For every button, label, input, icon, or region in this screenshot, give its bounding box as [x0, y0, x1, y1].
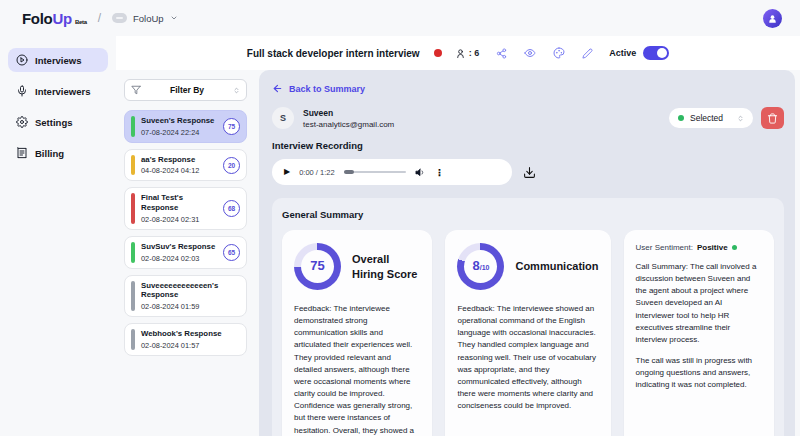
general-summary-title: General Summary [282, 209, 774, 220]
response-list-item[interactable]: SuvSuv's Response 02-08-2024 02:03 65 [124, 236, 247, 269]
score-card-feedback: Feedback: The interviewee showed an oper… [457, 303, 598, 412]
brand-logo: FoloUp Beta [22, 10, 87, 27]
pencil-icon [582, 48, 593, 59]
top-header: FoloUp Beta / FoloUp [0, 0, 800, 36]
sidebar-item-label: Interviews [35, 55, 81, 66]
response-name: Final Test's Response [141, 193, 217, 212]
app-root: FoloUp Beta / FoloUp Interviews Intervie… [0, 0, 800, 436]
respondent-count-value: : 6 [469, 48, 480, 58]
palette-icon [553, 47, 565, 59]
breadcrumb-separator: / [98, 11, 101, 25]
response-date: 07-08-2024 22:24 [141, 128, 217, 137]
sentiment-dot [732, 245, 737, 250]
audio-time: 0:00 / 1:22 [299, 168, 334, 177]
candidate-row: S Suveen test-analytics@gmail.com Select… [272, 107, 784, 129]
overall-hiring-score-card: 75 Overall Hiring Score Feedback: The in… [282, 230, 432, 436]
status-label: Selected [690, 113, 723, 123]
audio-menu-button[interactable]: ⋮ [435, 167, 445, 178]
recording-title: Interview Recording [272, 140, 784, 151]
audio-player[interactable]: ▶ 0:00 / 1:22 ⋮ [272, 159, 512, 185]
sidebar-item-interviewers[interactable]: Interviewers [8, 79, 108, 103]
active-label: Active [609, 48, 636, 58]
score-card-label: Overall Hiring Score [352, 252, 420, 281]
status-color-bar [131, 329, 135, 350]
response-list-item[interactable]: Suveeeeeeeeeeeen's Response 02-08-2024 0… [124, 275, 247, 317]
status-color-bar [131, 193, 135, 223]
call-summary-paragraph: The call was still in progress with ongo… [636, 355, 762, 391]
gear-icon [16, 116, 28, 128]
response-date: 02-08-2024 02:03 [141, 254, 217, 263]
response-name: Webhook's Response [141, 329, 240, 339]
response-date: 02-08-2024 01:57 [141, 341, 240, 350]
eye-icon [524, 47, 536, 59]
interview-topbar: Full stack developer intern interview : … [116, 36, 800, 70]
sidebar-item-label: Settings [35, 117, 72, 128]
score-card-feedback: Feedback: The interviewee demonstrated s… [294, 303, 420, 436]
response-detail-panel: Back to Summary S Suveen test-analytics@… [259, 70, 795, 436]
edit-button[interactable] [582, 48, 593, 59]
brand-name-accent: Up [52, 10, 71, 27]
share-icon [496, 48, 507, 59]
status-dot [678, 115, 684, 121]
trash-icon [767, 113, 778, 124]
play-circle-icon [16, 54, 28, 66]
org-switcher[interactable]: FoloUp [112, 13, 178, 24]
delete-response-button[interactable] [761, 107, 784, 129]
user-icon [455, 48, 466, 59]
communication-score-card: 8/10 Communication Feedback: The intervi… [445, 230, 610, 436]
score-card-label: Communication [515, 259, 598, 273]
status-color-bar [131, 242, 135, 263]
candidate-name: Suveen [303, 108, 394, 118]
play-button[interactable]: ▶ [284, 168, 290, 176]
filter-by-label: Filter By [141, 85, 233, 95]
sidebar-item-billing[interactable]: Billing [8, 141, 108, 165]
share-button[interactable] [496, 48, 507, 59]
back-to-summary-link[interactable]: Back to Summary [272, 83, 365, 94]
score-badge: 65 [223, 244, 240, 261]
candidate-email: test-analytics@gmail.com [303, 120, 394, 129]
interview-title: Full stack developer intern interview [247, 48, 420, 59]
sidebar-item-interviews[interactable]: Interviews [8, 48, 108, 72]
recording-dot [434, 49, 442, 57]
beta-badge: Beta [75, 19, 87, 25]
response-list-item[interactable]: Webhook's Response 02-08-2024 01:57 [124, 323, 247, 356]
chevrons-up-down-icon [737, 114, 744, 123]
response-date: 02-08-2024 01:59 [141, 302, 240, 311]
sentiment-value: Positive [697, 243, 728, 252]
sidebar-item-label: Interviewers [35, 86, 90, 97]
response-list-item[interactable]: Suveen's Response 07-08-2024 22:24 75 [124, 110, 247, 143]
org-avatar [112, 13, 127, 23]
response-list-item[interactable]: aa's Response 04-08-2024 04:12 20 [124, 149, 247, 182]
score-ring: 75 [294, 243, 341, 290]
response-list-item[interactable]: Final Test's Response 02-08-2024 02:31 6… [124, 187, 247, 229]
response-name: SuvSuv's Response [141, 242, 217, 252]
response-name: Suveen's Response [141, 116, 217, 126]
call-summary-paragraph: Call Summary: The call involved a discus… [636, 261, 762, 346]
candidate-avatar: S [272, 107, 294, 129]
candidate-status-select[interactable]: Selected [669, 108, 753, 128]
user-avatar[interactable] [763, 9, 782, 28]
theme-button[interactable] [553, 47, 565, 59]
mic-icon [16, 85, 28, 97]
arrow-left-icon [272, 83, 283, 94]
general-summary-panel: General Summary 75 Overall Hiring Score … [272, 198, 784, 436]
sidebar-item-settings[interactable]: Settings [8, 110, 108, 134]
download-recording-button[interactable] [523, 166, 536, 179]
person-icon [767, 13, 778, 24]
preview-button[interactable] [524, 47, 536, 59]
active-toggle[interactable] [643, 46, 669, 60]
respondent-count: : 6 [455, 48, 480, 59]
response-list: Suveen's Response 07-08-2024 22:24 75 aa… [124, 110, 247, 356]
score-badge: 20 [223, 157, 240, 174]
sidebar: Interviews Interviewers Settings Billing [0, 36, 116, 436]
call-summary-card: User Sentiment: Positive Call Summary: T… [624, 230, 774, 436]
volume-icon[interactable] [415, 167, 426, 178]
response-name: aa's Response [141, 155, 217, 165]
audio-player-row: ▶ 0:00 / 1:22 ⋮ [272, 159, 784, 185]
user-sentiment: User Sentiment: Positive [636, 243, 762, 252]
filter-by-select[interactable]: Filter By [124, 79, 247, 101]
download-icon [523, 166, 536, 179]
response-name: Suveeeeeeeeeeeen's Response [141, 281, 240, 300]
audio-seek-slider[interactable] [344, 171, 406, 173]
funnel-icon [131, 85, 141, 95]
